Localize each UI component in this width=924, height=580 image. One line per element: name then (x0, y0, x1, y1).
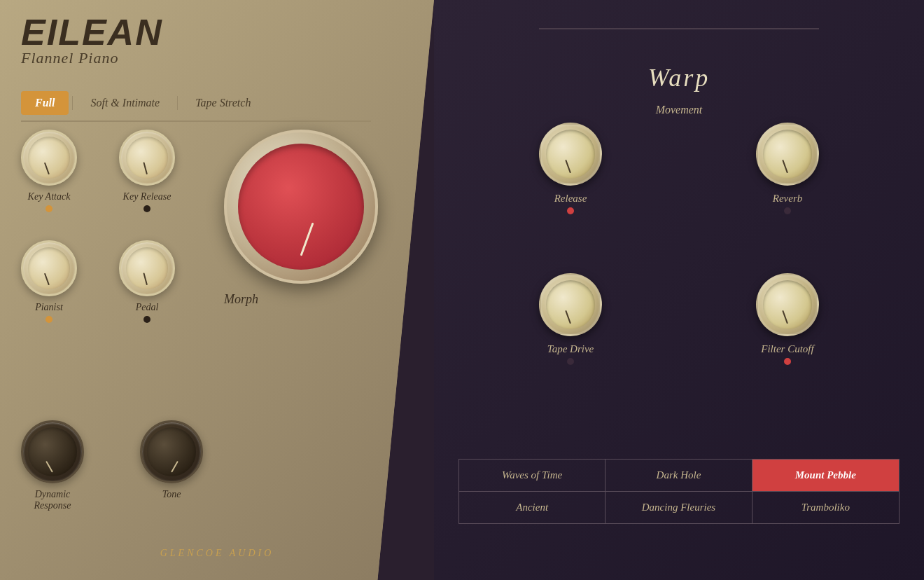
reverb-wrapper: Reverb (756, 123, 819, 214)
key-attack-label: Key Attack (28, 191, 71, 202)
knobs-grid-left: Key Attack Key Release (21, 130, 175, 323)
warp-title-line (539, 28, 819, 29)
key-release-knob[interactable] (119, 130, 175, 186)
tab-full[interactable]: Full (21, 91, 69, 115)
key-attack-wrapper: Key Attack (21, 130, 77, 212)
tab-divider-1 (72, 96, 73, 110)
release-warp-label: Release (554, 193, 587, 205)
preset-tramboliko[interactable]: Tramboliko (752, 492, 899, 523)
pedal-knob[interactable] (119, 240, 175, 296)
key-release-wrapper: Key Release (119, 130, 175, 212)
main-container: EILEAN Flannel Piano Full Soft & Intimat… (0, 0, 924, 580)
pedal-dot (144, 316, 150, 323)
tab-divider-2 (177, 96, 178, 110)
preset-ancient[interactable]: Ancient (459, 492, 606, 523)
filter-cutoff-dot (784, 358, 791, 365)
filter-cutoff-knob[interactable] (756, 273, 819, 336)
tape-drive-wrapper: Tape Drive (539, 273, 602, 365)
warp-title: Warp (648, 63, 710, 92)
glencoe-label: GLENCOE AUDIO (160, 548, 274, 559)
bottom-knobs: DynamicResponse Tone (21, 420, 203, 511)
key-attack-dot (46, 205, 52, 212)
pianist-knob[interactable] (21, 240, 77, 296)
morph-knob[interactable] (224, 130, 378, 284)
reverb-knob[interactable] (756, 123, 819, 186)
tone-knob[interactable] (140, 420, 203, 483)
tabs-container: Full Soft & Intimate Tape Stretch (21, 91, 371, 122)
pedal-label: Pedal (136, 302, 159, 313)
preset-dancing[interactable]: Dancing Fleuries (606, 492, 752, 523)
pianist-dot (46, 316, 52, 323)
pianist-wrapper: Pianist (21, 240, 77, 323)
reverb-dot (784, 207, 791, 214)
pedal-wrapper: Pedal (119, 240, 175, 323)
left-panel: EILEAN Flannel Piano Full Soft & Intimat… (0, 0, 434, 580)
right-panel: Warp Movement Release (434, 0, 924, 580)
right-knobs-row1: Release Reverb (434, 123, 924, 214)
morph-label: Morph (224, 292, 378, 307)
reverb-label: Reverb (773, 193, 802, 205)
dynamic-response-knob[interactable] (21, 420, 84, 483)
tape-drive-label: Tape Drive (547, 343, 594, 355)
release-warp-knob[interactable] (539, 123, 602, 186)
tape-drive-knob[interactable] (539, 273, 602, 336)
movement-label: Movement (656, 104, 703, 116)
header-left: EILEAN Flannel Piano (21, 14, 163, 67)
app-title: EILEAN (21, 14, 163, 50)
tape-drive-dot (567, 358, 574, 365)
tab-soft[interactable]: Soft & Intimate (76, 91, 174, 115)
filter-cutoff-label: Filter Cutoff (761, 343, 813, 355)
preset-grid: Waves of Time Dark Hole Mount Pebble Anc… (458, 459, 899, 524)
tone-label: Tone (162, 489, 181, 500)
tone-wrapper: Tone (140, 420, 203, 511)
release-warp-wrapper: Release (539, 123, 602, 214)
dynamic-response-label: DynamicResponse (34, 489, 71, 511)
preset-dark-hole[interactable]: Dark Hole (606, 460, 752, 492)
right-knobs-row2: Tape Drive Filter Cutoff (434, 273, 924, 365)
key-attack-knob[interactable] (21, 130, 77, 186)
pianist-label: Pianist (35, 302, 63, 313)
key-release-label: Key Release (123, 191, 172, 202)
tab-tape[interactable]: Tape Stretch (181, 91, 265, 115)
morph-section: Morph (224, 130, 378, 307)
dynamic-response-wrapper: DynamicResponse (21, 420, 84, 511)
filter-cutoff-wrapper: Filter Cutoff (756, 273, 819, 365)
release-dot (567, 207, 574, 214)
preset-waves[interactable]: Waves of Time (459, 460, 606, 492)
preset-mount-pebble[interactable]: Mount Pebble (752, 460, 899, 492)
key-release-dot (144, 205, 150, 212)
